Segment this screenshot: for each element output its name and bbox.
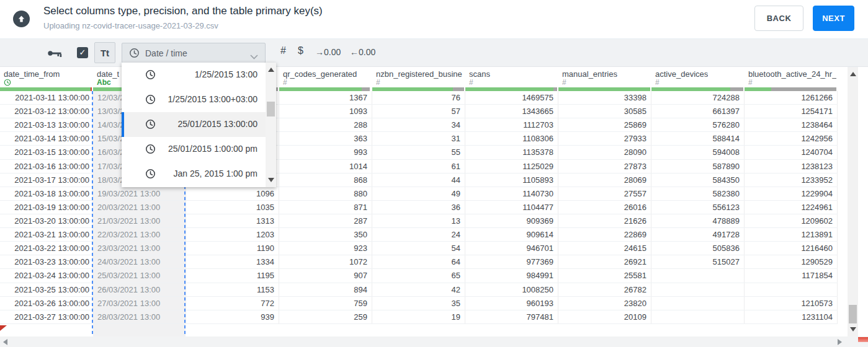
cell: 24 bbox=[372, 228, 465, 241]
cell: 23/03/2021 13:00 bbox=[93, 242, 186, 255]
cell: 26921 bbox=[558, 255, 651, 268]
table-row: 2021-03-19 13:00:0020/03/2021 13:0010358… bbox=[0, 201, 838, 214]
cell: 27557 bbox=[558, 187, 651, 200]
format-option[interactable]: 25/01/2015 13:00:00 bbox=[122, 112, 266, 137]
clock-icon bbox=[145, 69, 156, 80]
table-row: 2021-03-22 13:00:0023/03/2021 13:0011909… bbox=[0, 242, 838, 255]
scroll-down-arrow-icon[interactable] bbox=[850, 327, 856, 332]
table-row: 2021-03-18 13:00:0019/03/2021 13:0010968… bbox=[0, 187, 838, 201]
cell: 24615 bbox=[558, 242, 651, 255]
decrease-decimal-button[interactable]: ←0.00 bbox=[350, 47, 375, 57]
cell: 24/03/2021 13:00 bbox=[93, 255, 186, 268]
cell: 28/03/2021 13:00 bbox=[93, 310, 186, 323]
cell: 1209602 bbox=[745, 214, 838, 227]
cell: 21/03/2021 13:00 bbox=[93, 214, 186, 227]
cell: 1290529 bbox=[745, 255, 838, 268]
cell: 759 bbox=[279, 297, 372, 310]
cell: 1105893 bbox=[465, 174, 558, 187]
column-header-qr_codes_generated[interactable]: qr_codes_generated# bbox=[279, 67, 372, 91]
format-option-label: 1/25/2015 13:00+03:00 bbox=[168, 94, 257, 104]
column-name: scans bbox=[469, 69, 490, 79]
column-header-scans[interactable]: scans# bbox=[465, 67, 558, 91]
scroll-down-arrow-icon[interactable] bbox=[268, 178, 274, 182]
increase-decimal-button[interactable]: →0.00 bbox=[315, 47, 341, 57]
cell: 2021-03-13 13:00:00 bbox=[0, 118, 93, 131]
format-option-label: Jan 25, 2015 1:00 pm bbox=[174, 169, 257, 178]
cell: 26016 bbox=[558, 201, 651, 214]
cell: 35 bbox=[372, 297, 465, 310]
cell: 22869 bbox=[558, 228, 651, 241]
scroll-left-arrow-icon[interactable] bbox=[3, 339, 7, 345]
dropdown-scrollbar[interactable] bbox=[266, 63, 276, 187]
dropdown-scrollbar-thumb[interactable] bbox=[267, 102, 275, 116]
column-header-bluetooth_active_24_hr_[interactable]: bluetooth_active_24_hr_# bbox=[745, 67, 838, 91]
vertical-scrollbar-thumb[interactable] bbox=[849, 305, 857, 323]
format-option[interactable]: 1/25/2015 13:00 bbox=[122, 63, 266, 87]
cell: 923 bbox=[279, 242, 372, 255]
cell: 20/03/2021 13:00 bbox=[93, 201, 186, 214]
scroll-up-arrow-icon[interactable] bbox=[268, 68, 274, 72]
currency-type-button[interactable]: $ bbox=[298, 45, 303, 56]
scroll-up-arrow-icon[interactable] bbox=[850, 72, 856, 76]
cell: 1469575 bbox=[465, 91, 558, 104]
cell: 2021-03-16 13:00:00 bbox=[0, 160, 93, 173]
column-type-select[interactable]: Date / time bbox=[122, 43, 266, 63]
cell: 19/03/2021 13:00 bbox=[93, 187, 186, 200]
column-header-nzbn_registered_busine[interactable]: nzbn_registered_busine# bbox=[372, 67, 465, 91]
cell: 27873 bbox=[558, 160, 651, 173]
cell: 1190 bbox=[186, 242, 279, 255]
page-title: Select columns type, precision, and the … bbox=[43, 5, 323, 17]
cell: 1112703 bbox=[465, 118, 558, 131]
clock-icon bbox=[145, 94, 156, 105]
cell: 287 bbox=[279, 214, 372, 227]
cell: 363 bbox=[279, 132, 372, 145]
cell: 594008 bbox=[651, 146, 745, 159]
cell: 30585 bbox=[558, 105, 651, 118]
cell: 993 bbox=[279, 146, 372, 159]
column-header-manual_entries[interactable]: manual_entries# bbox=[558, 67, 651, 91]
cell: 772 bbox=[186, 297, 279, 310]
cell: 797481 bbox=[465, 310, 558, 323]
cell: 26782 bbox=[558, 283, 651, 296]
format-option[interactable]: Jan 25, 2015 1:00 pm bbox=[122, 162, 266, 187]
cell: 960193 bbox=[465, 297, 558, 310]
column-header-active_devices[interactable]: active_devices# bbox=[651, 67, 745, 91]
cell: 1242956 bbox=[745, 132, 838, 145]
cell: 868 bbox=[279, 174, 372, 187]
table-row: 2021-03-23 13:00:0024/03/2021 13:0013341… bbox=[0, 255, 838, 269]
cell: 1334 bbox=[186, 255, 279, 268]
scroll-right-arrow-icon[interactable] bbox=[838, 339, 842, 345]
cell: 1104477 bbox=[465, 201, 558, 214]
cell: 894 bbox=[279, 283, 372, 296]
next-button[interactable]: NEXT bbox=[813, 6, 854, 31]
cell: 1313 bbox=[186, 214, 279, 227]
cell: 55 bbox=[372, 146, 465, 159]
format-option[interactable]: 25/01/2015 1:00:00 pm bbox=[122, 137, 266, 162]
cell: 27933 bbox=[558, 132, 651, 145]
include-column-checkbox[interactable]: ✓ bbox=[77, 47, 88, 58]
format-option-label: 25/01/2015 1:00:00 pm bbox=[168, 144, 257, 154]
cell: 984991 bbox=[465, 269, 558, 282]
primary-key-icon[interactable] bbox=[47, 49, 63, 58]
text-type-button[interactable]: Tt bbox=[94, 42, 115, 63]
back-button[interactable]: BACK bbox=[754, 6, 803, 31]
cell: 1035 bbox=[186, 201, 279, 214]
cell: 1238123 bbox=[745, 160, 838, 173]
cell: 1125029 bbox=[465, 160, 558, 173]
cell: 2021-03-22 13:00:00 bbox=[0, 242, 93, 255]
column-name: date_t bbox=[97, 69, 119, 79]
number-type-button[interactable]: # bbox=[280, 45, 286, 56]
cell: 1210573 bbox=[745, 297, 838, 310]
upload-status-text: Uploading nz-covid-tracer-usage-2021-03-… bbox=[43, 21, 218, 30]
chevron-down-icon bbox=[250, 51, 258, 62]
cell: 2021-03-17 13:00:00 bbox=[0, 174, 93, 187]
table-horizontal-scrollbar[interactable] bbox=[0, 336, 868, 347]
cell: 2021-03-21 13:00:00 bbox=[0, 228, 93, 241]
cell: 1229904 bbox=[745, 187, 838, 200]
table-vertical-scrollbar[interactable] bbox=[848, 67, 858, 336]
cell: 909614 bbox=[465, 228, 558, 241]
column-header-date_time_from[interactable]: date_time_from bbox=[0, 67, 93, 91]
cell: 33398 bbox=[558, 91, 651, 104]
format-option[interactable]: 1/25/2015 13:00+03:00 bbox=[122, 87, 266, 112]
cell: 1171854 bbox=[745, 269, 838, 282]
